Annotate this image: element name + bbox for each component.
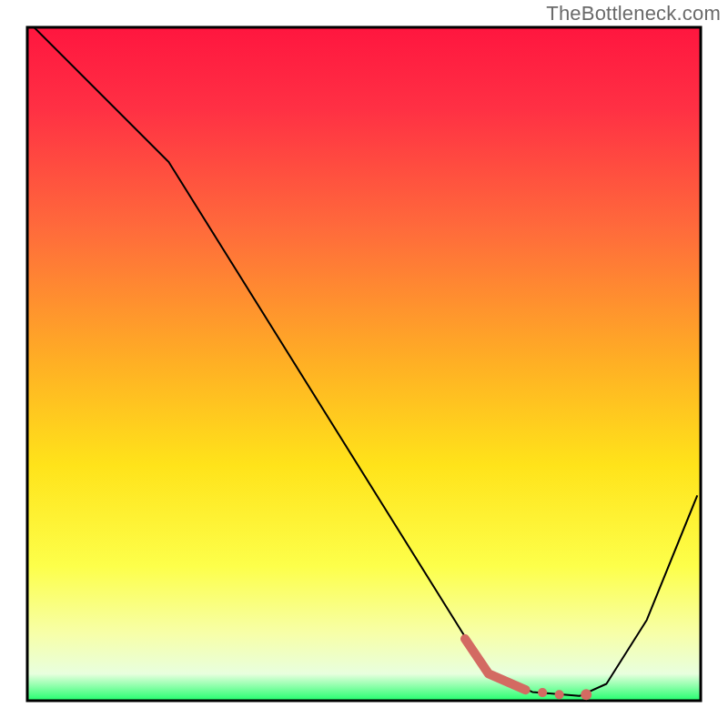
gradient-background — [27, 27, 701, 701]
watermark-text: TheBottleneck.com — [546, 2, 721, 25]
highlight-dot — [538, 688, 547, 697]
highlight-dot — [581, 689, 592, 700]
bottleneck-chart — [0, 0, 728, 728]
chart-container: { "watermark": "TheBottleneck.com", "cha… — [0, 0, 728, 728]
highlight-dot — [555, 690, 564, 699]
plot-area — [27, 24, 701, 701]
